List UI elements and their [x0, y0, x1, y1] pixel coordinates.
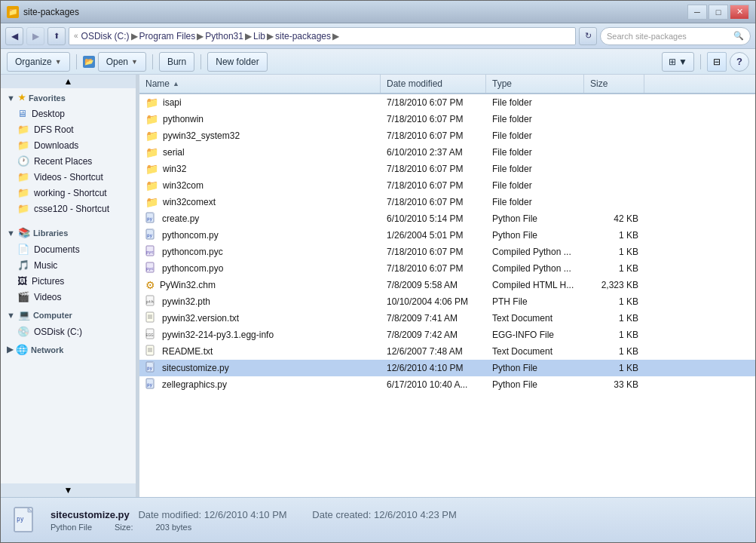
- egg-icon: EGG: [145, 328, 158, 342]
- file-name-cell: py create.py: [139, 210, 381, 227]
- sidebar-computer-header[interactable]: ▼ 💻 Computer: [1, 305, 136, 324]
- sidebar-item-pictures[interactable]: 🖼 Pictures: [1, 273, 136, 289]
- file-date: 7/18/2010 6:07 PM: [387, 197, 463, 207]
- file-type: File folder: [492, 114, 532, 124]
- table-row[interactable]: pyc pythoncom.pyo 7/18/2010 6:07 PM Comp…: [139, 260, 755, 277]
- col-header-date[interactable]: Date modified: [381, 75, 486, 93]
- sidebar-item-documents[interactable]: 📄 Documents: [1, 241, 136, 257]
- file-size: 2,323 KB: [601, 280, 638, 290]
- file-size-cell: [584, 177, 644, 194]
- view-toggle[interactable]: ⊟: [707, 52, 727, 72]
- svg-text:py: py: [147, 365, 153, 371]
- close-button[interactable]: ✕: [730, 5, 749, 20]
- sidebar-item-videos[interactable]: 📁 Videos - Shortcut: [1, 169, 136, 185]
- table-row[interactable]: README.txt 12/6/2007 7:48 AM Text Docume…: [139, 343, 755, 360]
- file-date-cell: 7/18/2010 6:07 PM: [381, 94, 486, 111]
- file-size-cell: 1 KB: [584, 293, 644, 310]
- sidebar-item-music[interactable]: 🎵 Music: [1, 257, 136, 273]
- refresh-button[interactable]: ↻: [579, 27, 597, 45]
- col-header-size[interactable]: Size: [584, 75, 644, 93]
- open-icon: 📂: [83, 56, 95, 68]
- table-row[interactable]: ⚙ PyWin32.chm 7/8/2009 5:58 AM Compiled …: [139, 277, 755, 293]
- sidebar-item-dfs[interactable]: 📁 DFS Root: [1, 121, 136, 137]
- minimize-button[interactable]: ─: [687, 5, 707, 20]
- search-icon: 🔍: [733, 31, 744, 41]
- file-list-header: Name ▲ Date modified Type Size: [139, 75, 755, 94]
- table-row[interactable]: py pythoncom.py 1/26/2004 5:01 PM Python…: [139, 227, 755, 244]
- col-header-type[interactable]: Type: [486, 75, 584, 93]
- sidebar-item-csse[interactable]: 📁 csse120 - Shortcut: [1, 201, 136, 216]
- file-name-cell: EGG pywin32-214-py3.1.egg-info: [139, 327, 381, 343]
- crumb-site-packages[interactable]: site-packages: [275, 31, 331, 41]
- sidebar-scroll-up[interactable]: ▲: [1, 75, 136, 88]
- sidebar-libraries-header[interactable]: ▼ 📚 Libraries: [1, 222, 136, 241]
- crumb-lib[interactable]: Lib: [253, 31, 265, 41]
- table-row[interactable]: py sitecustomize.py 12/6/2010 4:10 PM Py…: [139, 360, 755, 376]
- file-date-cell: 7/18/2010 6:07 PM: [381, 244, 486, 260]
- table-row[interactable]: EGG pywin32-214-py3.1.egg-info 7/8/2009 …: [139, 327, 755, 343]
- crumb-program-files[interactable]: Program Files: [139, 31, 196, 41]
- table-row[interactable]: 📁 isapi 7/18/2010 6:07 PM File folder: [139, 94, 755, 111]
- table-row[interactable]: pth pywin32.pth 10/10/2004 4:06 PM PTH F…: [139, 293, 755, 310]
- col-name-label: Name: [145, 78, 170, 89]
- file-name: pywin32_system32: [163, 130, 240, 141]
- maximize-button[interactable]: □: [709, 5, 728, 20]
- help-button[interactable]: ?: [730, 52, 749, 72]
- file-date-cell: 7/8/2009 5:58 AM: [381, 277, 486, 293]
- file-name: create.py: [162, 213, 199, 224]
- folder-icon: 📁: [145, 146, 158, 158]
- burn-button[interactable]: Burn: [159, 52, 194, 72]
- sidebar-item-desktop[interactable]: 🖥 Desktop: [1, 106, 136, 121]
- forward-button[interactable]: ▶: [26, 27, 44, 45]
- table-row[interactable]: pywin32.version.txt 7/8/2009 7:41 AM Tex…: [139, 310, 755, 327]
- pyc-icon: pyc: [145, 262, 158, 276]
- table-row[interactable]: 📁 pythonwin 7/18/2010 6:07 PM File folde…: [139, 111, 755, 127]
- file-size-cell: [584, 111, 644, 127]
- table-row[interactable]: py create.py 6/10/2010 5:14 PM Python Fi…: [139, 210, 755, 227]
- col-header-name[interactable]: Name ▲: [139, 75, 381, 93]
- file-date-cell: 7/18/2010 6:07 PM: [381, 111, 486, 127]
- crumb-python31[interactable]: Python31: [205, 31, 243, 41]
- file-name-cell: README.txt: [139, 343, 381, 360]
- window: 📁 site-packages ─ □ ✕ ◀ ▶ ⬆ « OSDisk (C:…: [0, 0, 756, 543]
- sidebar-item-videos-lib[interactable]: 🎬 Videos: [1, 289, 136, 305]
- title-bar-left: 📁 site-packages: [7, 6, 79, 18]
- file-name-cell: 📁 serial: [139, 144, 381, 161]
- sidebar-item-recent[interactable]: 🕐 Recent Places: [1, 153, 136, 169]
- file-date: 7/18/2010 6:07 PM: [387, 130, 463, 141]
- sidebar-item-downloads[interactable]: 📁 Downloads: [1, 137, 136, 153]
- table-row[interactable]: 📁 pywin32_system32 7/18/2010 6:07 PM Fil…: [139, 127, 755, 144]
- new-folder-button[interactable]: New folder: [207, 52, 267, 72]
- file-name: pythoncom.pyo: [162, 263, 223, 274]
- sidebar-scroll-down[interactable]: ▼: [1, 483, 136, 497]
- file-size-cell: 1 KB: [584, 360, 644, 376]
- sidebar-favorites-header[interactable]: ▼ ★ Favorites: [1, 88, 136, 106]
- organize-button[interactable]: Organize ▼: [7, 52, 70, 72]
- table-row[interactable]: py zellegraphics.py 6/17/2010 10:40 A...…: [139, 376, 755, 393]
- table-row[interactable]: pyc pythoncom.pyc 7/18/2010 6:07 PM Comp…: [139, 244, 755, 260]
- file-type-cell: Python File: [486, 376, 584, 393]
- file-type-cell: Compiled Python ...: [486, 244, 584, 260]
- svg-text:py: py: [147, 216, 153, 222]
- table-row[interactable]: 📁 serial 6/10/2010 2:37 AM File folder: [139, 144, 755, 161]
- sidebar-item-working[interactable]: 📁 working - Shortcut: [1, 185, 136, 201]
- sidebar-network-header[interactable]: ▶ 🌐 Network: [1, 339, 136, 358]
- file-size: 1 KB: [619, 363, 638, 373]
- search-box[interactable]: Search site-packages 🔍: [600, 27, 751, 45]
- file-size: 1 KB: [619, 263, 638, 274]
- crumb-osdisk[interactable]: OSDisk (C:): [81, 31, 130, 41]
- address-path[interactable]: « OSDisk (C:) ▶ Program Files ▶ Python31…: [69, 27, 576, 45]
- views-button[interactable]: ⊞ ▼: [662, 52, 694, 72]
- table-row[interactable]: 📁 win32comext 7/18/2010 6:07 PM File fol…: [139, 194, 755, 210]
- back-button[interactable]: ◀: [5, 27, 23, 45]
- sidebar-item-videos-lib-label: Videos: [34, 292, 61, 302]
- title-bar-buttons: ─ □ ✕: [687, 5, 749, 20]
- table-row[interactable]: 📁 win32com 7/18/2010 6:07 PM File folder: [139, 177, 755, 194]
- file-size: 1 KB: [619, 313, 638, 324]
- table-row[interactable]: 📁 win32 7/18/2010 6:07 PM File folder: [139, 161, 755, 177]
- up-button[interactable]: ⬆: [47, 27, 66, 45]
- organize-arrow: ▼: [55, 58, 62, 66]
- sidebar-item-osdisk[interactable]: 💿 OSDisk (C:): [1, 324, 136, 339]
- file-size-cell: 1 KB: [584, 327, 644, 343]
- open-button[interactable]: Open ▼: [98, 52, 146, 72]
